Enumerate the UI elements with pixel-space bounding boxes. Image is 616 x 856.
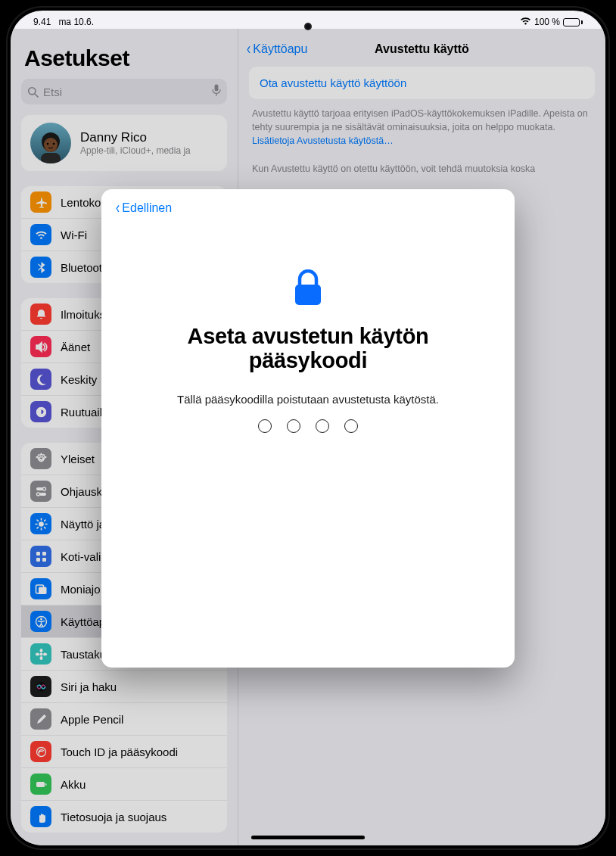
- search-icon: [27, 86, 39, 98]
- modal-back-button[interactable]: ‹ Edellinen: [115, 200, 501, 216]
- svg-point-8: [53, 143, 55, 145]
- svg-point-7: [47, 143, 49, 145]
- back-label: Käyttöapu: [253, 42, 307, 56]
- bell-icon: [30, 303, 51, 325]
- passcode-dots[interactable]: [115, 419, 501, 433]
- svg-rect-13: [39, 493, 46, 496]
- sidebar-item-label: Keskity: [61, 373, 97, 386]
- svg-rect-39: [36, 782, 45, 787]
- wifi-icon: [30, 224, 51, 245]
- access-icon: [30, 611, 51, 632]
- svg-point-38: [36, 747, 45, 756]
- enable-assistive-access-button[interactable]: Ota avustettu käyttö käyttöön: [249, 67, 595, 99]
- modal-back-label: Edellinen: [122, 201, 172, 215]
- svg-rect-26: [36, 558, 40, 562]
- search-input[interactable]: Etsi: [21, 79, 227, 104]
- passcode-dot: [316, 419, 329, 433]
- sidebar-item-pencil[interactable]: Apple Pencil: [21, 702, 227, 735]
- svg-rect-2: [215, 85, 219, 92]
- sound-icon: [30, 336, 51, 357]
- svg-point-36: [42, 652, 46, 655]
- front-camera: [304, 23, 312, 30]
- status-time: 9.41: [33, 17, 51, 27]
- grid-icon: [30, 546, 51, 567]
- avatar: [30, 123, 71, 163]
- sidebar-title: Asetukset: [24, 45, 227, 71]
- svg-rect-29: [39, 587, 47, 594]
- content-description: Avustettu käyttö tarjoaa erityisen iPadO…: [249, 107, 595, 176]
- sidebar-item-label: Apple Pencil: [61, 713, 123, 726]
- svg-point-33: [39, 648, 42, 652]
- sidebar-item-label: Yleiset: [61, 453, 95, 465]
- back-button[interactable]: ‹ Käyttöapu: [246, 41, 307, 58]
- passcode-dot: [287, 419, 300, 433]
- airplane-icon: [30, 191, 51, 213]
- sidebar-item-label: Touch ID ja pääsykoodi: [61, 745, 178, 758]
- svg-point-31: [40, 618, 42, 620]
- sidebar-item-label: Wi-Fi: [61, 229, 87, 241]
- svg-line-20: [37, 520, 38, 521]
- bluetooth-icon: [30, 257, 51, 278]
- hand-icon: [30, 806, 51, 827]
- svg-rect-3: [41, 153, 61, 163]
- sidebar-item-touchid[interactable]: Touch ID ja pääsykoodi: [21, 735, 227, 767]
- svg-rect-27: [42, 558, 46, 562]
- svg-line-22: [44, 520, 45, 521]
- home-indicator[interactable]: [251, 836, 365, 839]
- sidebar-item-label: Äänet: [61, 341, 90, 353]
- passcode-dot: [344, 419, 358, 433]
- switches-icon: [30, 481, 51, 502]
- svg-line-23: [37, 527, 38, 528]
- passcode-dot: [258, 419, 272, 433]
- modal-title: Aseta avustetun käytön pääsykoodi: [115, 324, 501, 373]
- svg-point-14: [36, 493, 39, 496]
- sidebar-item-label: Siri ja haku: [61, 680, 117, 693]
- battery-icon: [563, 18, 583, 26]
- svg-line-21: [44, 527, 45, 528]
- profile-subtitle: Apple-tili, iCloud+, media ja: [80, 145, 191, 156]
- multitask-icon: [30, 578, 51, 599]
- battery-percent: 100 %: [534, 17, 560, 27]
- sidebar-item-siri[interactable]: Siri ja haku: [21, 670, 227, 702]
- siri-icon: [30, 676, 51, 697]
- svg-line-1: [35, 94, 38, 97]
- search-placeholder: Etsi: [43, 86, 207, 98]
- touchid-icon: [30, 741, 51, 762]
- dictate-icon[interactable]: [212, 84, 221, 99]
- brightness-icon: [30, 513, 51, 534]
- profile-name: Danny Rico: [80, 130, 191, 145]
- profile-row[interactable]: Danny Rico Apple-tili, iCloud+, media ja: [21, 115, 227, 171]
- status-date: ma 10.6.: [58, 17, 94, 27]
- svg-point-15: [39, 521, 44, 527]
- svg-rect-24: [36, 552, 40, 556]
- svg-rect-40: [45, 783, 47, 786]
- timer-icon: [30, 401, 51, 422]
- svg-rect-25: [42, 552, 46, 556]
- wifi-icon: [520, 17, 531, 27]
- battery-icon: [30, 774, 51, 795]
- flower-icon: [30, 643, 51, 665]
- moon-icon: [30, 369, 51, 390]
- svg-rect-41: [295, 285, 321, 305]
- lock-icon: [291, 269, 325, 307]
- sidebar-item-label: Akku: [61, 778, 86, 791]
- sidebar-item-label: Tietosuoja ja suojaus: [61, 811, 166, 823]
- pencil-icon: [30, 708, 51, 730]
- svg-rect-11: [36, 487, 43, 490]
- sidebar-item-battery[interactable]: Akku: [21, 767, 227, 800]
- chevron-left-icon: ‹: [247, 41, 250, 58]
- svg-point-32: [39, 652, 42, 655]
- passcode-modal: ‹ Edellinen Aseta avustetun käytön pääsy…: [101, 189, 515, 668]
- svg-point-35: [35, 652, 39, 655]
- chevron-left-icon: ‹: [116, 200, 120, 216]
- sidebar-item-hand[interactable]: Tietosuoja ja suojaus: [21, 800, 227, 833]
- svg-point-12: [42, 487, 45, 490]
- gear-icon: [30, 448, 51, 469]
- svg-point-34: [39, 655, 42, 659]
- modal-subtitle: Tällä pääsykoodilla poistutaan avustetus…: [115, 393, 501, 406]
- learn-more-link[interactable]: Lisätietoja Avustetusta käytöstä…: [252, 135, 394, 146]
- svg-point-6: [44, 138, 58, 151]
